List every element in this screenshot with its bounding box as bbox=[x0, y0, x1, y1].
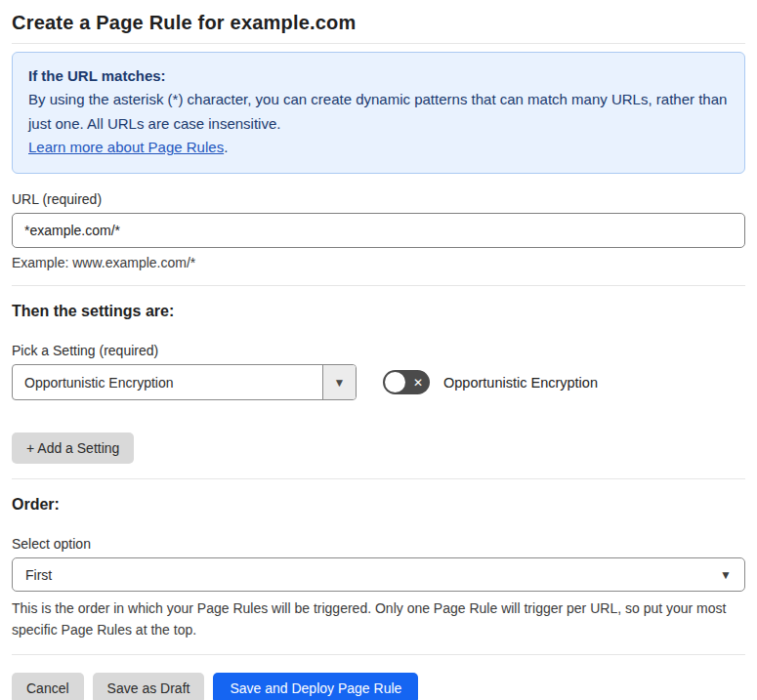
footer-divider bbox=[12, 654, 745, 655]
order-section-heading: Order: bbox=[12, 496, 745, 514]
setting-toggle[interactable]: ✕ bbox=[383, 370, 430, 394]
order-select-value: First bbox=[25, 567, 52, 583]
section-divider-1 bbox=[12, 285, 745, 286]
url-field-label: URL (required) bbox=[12, 191, 745, 207]
title-divider bbox=[12, 43, 745, 44]
toggle-knob bbox=[385, 372, 405, 392]
cancel-button[interactable]: Cancel bbox=[12, 673, 84, 700]
setting-dropdown-value: Opportunistic Encryption bbox=[13, 365, 322, 399]
create-page-rule-modal: Create a Page Rule for example.com If th… bbox=[0, 0, 757, 700]
setting-dropdown-caret-button[interactable]: ▼ bbox=[322, 365, 356, 399]
link-suffix: . bbox=[224, 139, 228, 155]
section-divider-2 bbox=[12, 478, 745, 479]
order-select-label: Select option bbox=[12, 536, 745, 552]
add-setting-button[interactable]: + Add a Setting bbox=[12, 432, 134, 464]
setting-dropdown[interactable]: Opportunistic Encryption ▼ bbox=[12, 364, 357, 400]
chevron-down-icon: ▼ bbox=[720, 568, 732, 582]
order-select[interactable]: First ▼ bbox=[12, 557, 745, 592]
page-title: Create a Page Rule for example.com bbox=[12, 12, 745, 34]
url-match-info-box: If the URL matches: By using the asteris… bbox=[12, 52, 745, 174]
footer-actions: Cancel Save as Draft Save and Deploy Pag… bbox=[12, 673, 745, 700]
pick-setting-label: Pick a Setting (required) bbox=[12, 343, 745, 358]
toggle-label: Opportunistic Encryption bbox=[443, 375, 598, 391]
url-example-text: Example: www.example.com/* bbox=[12, 255, 745, 270]
info-box-link-line: Learn more about Page Rules. bbox=[28, 136, 729, 159]
chevron-down-icon: ▼ bbox=[334, 376, 346, 390]
info-box-heading: If the URL matches: bbox=[28, 64, 729, 88]
setting-row: Opportunistic Encryption ▼ ✕ Opportunist… bbox=[12, 364, 745, 400]
info-box-body: By using the asterisk (*) character, you… bbox=[28, 88, 729, 136]
save-as-draft-button[interactable]: Save as Draft bbox=[93, 673, 205, 700]
save-and-deploy-button[interactable]: Save and Deploy Page Rule bbox=[213, 673, 418, 700]
toggle-off-x-icon: ✕ bbox=[413, 376, 423, 388]
order-help-text: This is the order in which your Page Rul… bbox=[12, 598, 735, 640]
learn-more-link[interactable]: Learn more about Page Rules bbox=[28, 139, 224, 155]
url-input[interactable] bbox=[12, 213, 745, 248]
settings-section-heading: Then the settings are: bbox=[12, 303, 745, 320]
